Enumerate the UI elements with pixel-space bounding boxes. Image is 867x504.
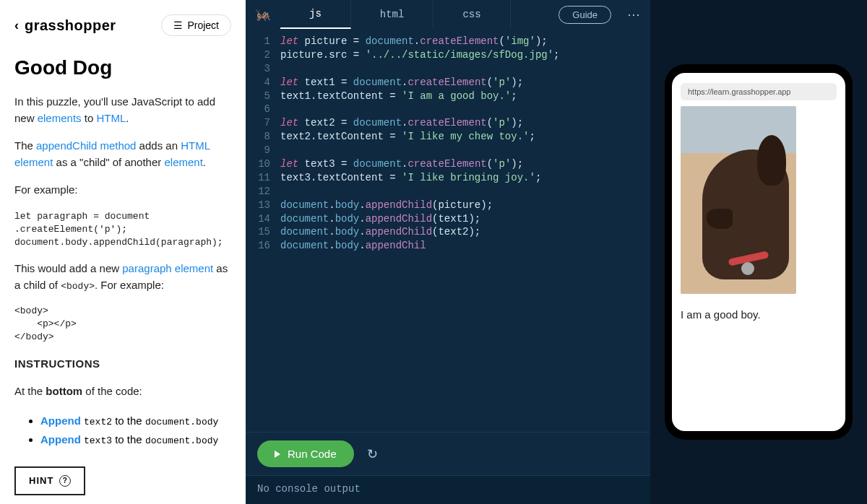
lesson-sidebar: ‹ grasshopper ☰ Project Good Dog In this… xyxy=(0,0,246,504)
line-content[interactable]: text2.textContent = 'I like my chew toy.… xyxy=(280,130,650,144)
line-number: 14 xyxy=(246,212,280,226)
line-content[interactable]: let text2 = document.createElement('p'); xyxy=(280,116,650,130)
line-content[interactable]: document.body.appendChil xyxy=(280,239,650,253)
code-line[interactable]: 15document.body.appendChild(text2); xyxy=(246,225,650,239)
code-line[interactable]: 6 xyxy=(246,103,650,116)
line-content[interactable]: let text3 = document.createElement('p'); xyxy=(280,157,650,171)
phone-screen: https://learn.grasshopper.app I am a goo… xyxy=(672,73,845,431)
brand[interactable]: ‹ grasshopper xyxy=(14,17,116,34)
code-sample-2: <body> <p></p> </body> xyxy=(14,305,231,344)
play-icon xyxy=(275,451,280,458)
preview-panel: https://learn.grasshopper.app I am a goo… xyxy=(650,0,867,504)
phone-frame: https://learn.grasshopper.app I am a goo… xyxy=(665,64,853,440)
project-label: Project xyxy=(187,19,219,31)
line-number: 6 xyxy=(246,103,280,116)
guide-button[interactable]: Guide xyxy=(558,6,611,24)
link-paragraph-element[interactable]: paragraph element xyxy=(122,262,213,274)
inline-body-tag: <body> xyxy=(61,281,95,292)
grasshopper-icon: 🦗 xyxy=(255,6,271,22)
console-output: No console output xyxy=(246,475,650,504)
desc-p1: In this puzzle, you'll use JavaScript to… xyxy=(14,94,231,126)
tab-css[interactable]: css xyxy=(434,0,510,29)
link-html[interactable]: HTML xyxy=(96,112,126,124)
run-code-button[interactable]: Run Code xyxy=(257,440,354,467)
link-appendchild-method[interactable]: appendChild method xyxy=(36,139,136,152)
line-number: 12 xyxy=(246,185,280,199)
code-line[interactable]: 3 xyxy=(246,62,650,76)
code-line[interactable]: 10let text3 = document.createElement('p'… xyxy=(246,157,650,171)
line-content[interactable]: let text1 = document.createElement('p'); xyxy=(280,76,650,90)
code-line[interactable]: 14document.body.appendChild(text1); xyxy=(246,212,650,226)
run-bar: Run Code ↻ xyxy=(246,432,650,475)
line-content[interactable]: document.body.appendChild(text2); xyxy=(280,225,650,239)
code-line[interactable]: 1let picture = document.createElement('i… xyxy=(246,35,650,48)
line-number: 15 xyxy=(246,225,280,239)
code-line[interactable]: 13document.body.appendChild(picture); xyxy=(246,199,650,212)
line-content[interactable]: text3.textContent = 'I like bringing joy… xyxy=(280,171,650,185)
code-line[interactable]: 9 xyxy=(246,144,650,157)
line-content[interactable] xyxy=(280,144,650,157)
desc-p4: This would add a new paragraph element a… xyxy=(14,261,231,293)
code-line[interactable]: 4let text1 = document.createElement('p')… xyxy=(246,76,650,90)
line-number: 5 xyxy=(246,90,280,103)
line-number: 16 xyxy=(246,239,280,253)
code-line[interactable]: 7let text2 = document.createElement('p')… xyxy=(246,116,650,130)
back-arrow-icon[interactable]: ‹ xyxy=(14,18,19,33)
code-line[interactable]: 5text1.textContent = 'I am a good boy.'; xyxy=(246,90,650,103)
code-sample-1: let paragraph = document .createElement(… xyxy=(14,210,231,250)
tab-js[interactable]: js xyxy=(280,0,351,29)
code-line[interactable]: 2picture.src = '../../static/images/sfDo… xyxy=(246,48,650,62)
editor-logo: 🦗 xyxy=(246,6,280,22)
hint-button[interactable]: HINT ? xyxy=(14,466,85,495)
line-content[interactable] xyxy=(280,185,650,199)
line-number: 8 xyxy=(246,130,280,144)
instructions-heading: INSTRUCTIONS xyxy=(14,356,231,373)
line-number: 2 xyxy=(246,48,280,62)
line-number: 3 xyxy=(246,62,280,76)
hint-label: HINT xyxy=(29,475,53,486)
line-content[interactable]: document.body.appendChild(picture); xyxy=(280,199,650,212)
line-number: 11 xyxy=(246,171,280,185)
line-number: 10 xyxy=(246,157,280,171)
instruction-item-1: Append text2 to the document.body xyxy=(40,412,231,430)
link-elements[interactable]: elements xyxy=(38,112,82,124)
list-icon: ☰ xyxy=(173,19,183,31)
line-number: 4 xyxy=(246,76,280,90)
line-content[interactable] xyxy=(280,62,650,76)
line-content[interactable]: let picture = document.createElement('im… xyxy=(280,35,650,48)
brand-name: grasshopper xyxy=(25,17,116,34)
tab-html[interactable]: html xyxy=(351,0,434,29)
help-icon: ? xyxy=(59,475,71,487)
code-line[interactable]: 12 xyxy=(246,185,650,199)
link-element[interactable]: element xyxy=(164,156,202,168)
instructions-list: Append text2 to the document.body Append… xyxy=(14,412,231,449)
instruction-item-2: Append text3 to the document.body xyxy=(40,430,231,449)
lesson-title: Good Dog xyxy=(14,56,231,79)
sidebar-header: ‹ grasshopper ☰ Project xyxy=(14,14,231,36)
more-icon[interactable]: ⋯ xyxy=(617,6,650,22)
editor-area: 🦗 js html css Guide ⋯ ↖ 1let picture = d… xyxy=(246,0,650,504)
reload-icon[interactable]: ↻ xyxy=(367,446,378,462)
code-line[interactable]: 11text3.textContent = 'I like bringing j… xyxy=(246,171,650,185)
preview-text-1: I am a good boy. xyxy=(681,308,837,321)
run-label: Run Code xyxy=(288,448,337,460)
line-number: 13 xyxy=(246,199,280,212)
line-content[interactable] xyxy=(280,103,650,116)
line-content[interactable]: text1.textContent = 'I am a good boy.'; xyxy=(280,90,650,103)
line-content[interactable]: document.body.appendChild(text1); xyxy=(280,212,650,226)
desc-p3: For example: xyxy=(14,182,231,199)
code-line[interactable]: 16document.body.appendChil xyxy=(246,239,650,253)
line-number: 9 xyxy=(246,144,280,157)
desc-p2: The appendChild method adds an HTML elem… xyxy=(14,138,231,170)
editor-tabs: 🦗 js html css Guide ⋯ xyxy=(246,0,650,29)
code-line[interactable]: 8text2.textContent = 'I like my chew toy… xyxy=(246,130,650,144)
line-number: 7 xyxy=(246,116,280,130)
code-editor[interactable]: ↖ 1let picture = document.createElement(… xyxy=(246,29,650,432)
line-number: 1 xyxy=(246,35,280,48)
phone-content: I am a good boy. xyxy=(672,106,845,431)
dog-image xyxy=(681,106,796,294)
line-content[interactable]: picture.src = '../../static/images/sfDog… xyxy=(280,48,650,62)
instructions-intro: At the bottom of the code: xyxy=(14,383,231,400)
project-button[interactable]: ☰ Project xyxy=(161,14,231,36)
lesson-description: In this puzzle, you'll use JavaScript to… xyxy=(14,94,231,449)
